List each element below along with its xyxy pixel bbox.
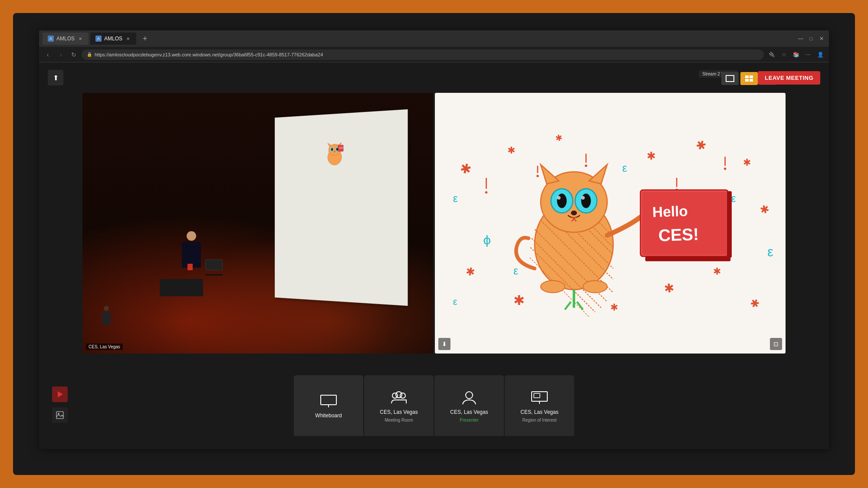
svg-rect-79: [645, 256, 730, 261]
meeting-room-icon: [390, 389, 408, 406]
whiteboard-drawing-main: ✱ ✱ ✱ ✱ ✱ ✱ ✱ ✱ ✱: [435, 93, 786, 354]
monitor-frame: A AMLOS ✕ A AMLOS ✕ + — □ ✕ ‹ › ↻ 🔒: [13, 13, 855, 475]
whiteboard-card-name: Whiteboard: [315, 413, 342, 419]
tab-amlos-2[interactable]: A AMLOS ✕: [90, 33, 136, 45]
svg-point-94: [396, 392, 402, 398]
svg-rect-4: [750, 79, 753, 82]
svg-text:✱: ✱: [507, 145, 515, 156]
participant-card-whiteboard[interactable]: Whiteboard: [294, 375, 363, 436]
participant-card-presenter[interactable]: CES, Las Vegas Presenter: [434, 375, 504, 436]
tab-close-1[interactable]: ✕: [77, 36, 83, 42]
svg-text:ε: ε: [731, 192, 736, 204]
single-view-button[interactable]: [721, 72, 739, 85]
svg-rect-1: [745, 75, 749, 78]
reload-button[interactable]: ↻: [69, 49, 79, 60]
svg-text:CES!: CES!: [339, 147, 344, 149]
play-panel-icon[interactable]: [52, 386, 68, 402]
play-icon: [56, 390, 64, 399]
svg-text:✱: ✱: [743, 157, 751, 168]
video-location-label: CES, Las Vegas: [86, 344, 123, 350]
svg-text:ε: ε: [513, 265, 518, 277]
svg-text:ϕ: ϕ: [483, 233, 491, 247]
participants-panel: Whiteboard CE: [294, 375, 574, 436]
meeting-room-card-name: CES, Las Vegas: [380, 409, 418, 415]
whiteboard-svg: ✱ ✱ ✱ ✱ ✱ ✱ ✱ ✱ ✱: [435, 93, 786, 354]
meeting-room-card-sub: Meeting Room: [385, 418, 413, 422]
image-panel-icon[interactable]: [52, 407, 68, 423]
presentation-scene: CES! Canon Can CES, Las Vegas: [82, 93, 433, 354]
svg-text:CES!: CES!: [658, 225, 699, 245]
maximize-button[interactable]: □: [807, 35, 815, 43]
svg-rect-2: [750, 75, 753, 78]
svg-point-71: [581, 196, 585, 200]
podium: [160, 279, 203, 296]
svg-point-75: [541, 281, 565, 293]
svg-point-70: [557, 196, 560, 200]
title-bar: A AMLOS ✕ A AMLOS ✕ + — □ ✕: [39, 30, 829, 47]
settings-button[interactable]: ⋯: [803, 49, 813, 60]
region-card-sub: Region of Interest: [523, 418, 557, 422]
bottom-bar: Whiteboard CE: [39, 362, 829, 449]
tab-label-2: AMLOS: [104, 36, 122, 42]
pip-button[interactable]: ⊡: [770, 338, 782, 350]
forward-button[interactable]: ›: [56, 49, 66, 60]
new-tab-button[interactable]: +: [140, 33, 150, 44]
tab-favicon-1: A: [48, 36, 54, 42]
svg-point-69: [581, 193, 591, 208]
tab-amlos-1[interactable]: A AMLOS ✕: [43, 33, 89, 45]
video-pane-left: CES! Canon Can CES, Las Vegas: [82, 93, 433, 354]
window-controls: — □ ✕: [797, 35, 825, 43]
svg-text:ε: ε: [453, 192, 458, 204]
svg-rect-89: [321, 395, 336, 405]
region-card-name: CES, Las Vegas: [520, 409, 558, 415]
profile-button[interactable]: 👤: [815, 49, 825, 60]
svg-text:ε: ε: [622, 162, 627, 174]
download-icon: ⬇: [442, 341, 447, 347]
presenter-card-sub: Presenter: [460, 418, 478, 422]
meeting-top-bar: ⬆ Stream 2 Videos: [39, 67, 829, 88]
extensions-button[interactable]: 🔌: [766, 49, 777, 60]
tab-close-2[interactable]: ✕: [125, 36, 131, 42]
download-button[interactable]: ⬇: [438, 338, 450, 350]
svg-marker-86: [58, 391, 63, 397]
browser-window: A AMLOS ✕ A AMLOS ✕ + — □ ✕ ‹ › ↻ 🔒: [39, 30, 829, 449]
address-bar: ‹ › ↻ 🔒 https://amloscloudpocdebugenv.z1…: [39, 47, 829, 62]
laptop: [205, 259, 223, 270]
presenter-card-name: CES, Las Vegas: [450, 409, 488, 415]
presenter-icon: [460, 389, 478, 406]
tab-label-1: AMLOS: [56, 36, 75, 42]
upload-button[interactable]: ⬆: [48, 70, 63, 85]
tab-favicon-2: A: [95, 36, 102, 42]
svg-point-45: [536, 175, 539, 177]
side-panel-icons: [52, 386, 68, 423]
whiteboard-icon: [320, 393, 337, 410]
back-button[interactable]: ‹: [43, 49, 53, 60]
svg-rect-3: [745, 79, 749, 82]
single-view-icon: [726, 75, 734, 82]
canon-logo-2: Can: [408, 223, 412, 231]
svg-point-51: [724, 167, 727, 170]
image-icon: [56, 411, 64, 419]
close-button[interactable]: ✕: [818, 35, 825, 43]
svg-point-95: [466, 392, 473, 399]
pip-icon: ⊡: [773, 341, 779, 347]
audience-figure: [100, 306, 113, 328]
video-grid: CES! Canon Can CES, Las Vegas: [82, 93, 786, 354]
svg-rect-77: [641, 190, 728, 256]
svg-text:Hello: Hello: [652, 203, 688, 220]
svg-text:✱: ✱: [610, 302, 618, 313]
gallery-view-icon: [745, 75, 753, 82]
svg-rect-97: [534, 393, 540, 398]
participant-card-meeting-room[interactable]: CES, Las Vegas Meeting Room: [364, 375, 434, 436]
svg-rect-80: [727, 191, 732, 258]
favorites-button[interactable]: ☆: [779, 49, 789, 60]
svg-text:✱: ✱: [713, 266, 721, 277]
gallery-view-button[interactable]: [740, 72, 758, 85]
participant-card-region[interactable]: CES, Las Vegas Region of Interest: [505, 375, 574, 436]
minimize-button[interactable]: —: [797, 35, 805, 43]
url-bar[interactable]: 🔒 https://amloscloudpocdebugenv.z13.web.…: [82, 49, 764, 60]
meeting-area: ⬆ Stream 2 Videos: [39, 62, 829, 449]
leave-meeting-button[interactable]: LEAVE MEETING: [758, 71, 820, 85]
svg-text:ε: ε: [453, 296, 457, 307]
collections-button[interactable]: 📚: [791, 49, 801, 60]
